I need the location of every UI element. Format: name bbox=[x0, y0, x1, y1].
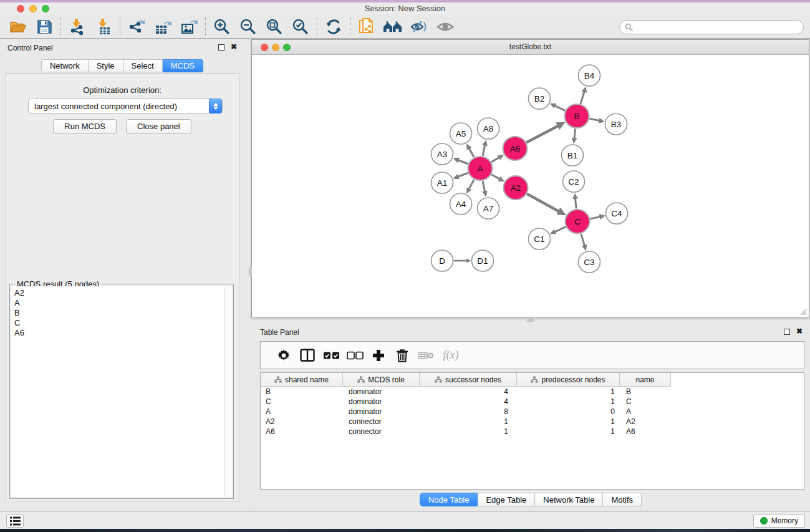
table-cell[interactable]: 1 bbox=[517, 387, 620, 397]
column-header-MCDS-role[interactable]: MCDS role bbox=[343, 373, 420, 387]
edge-A-A4[interactable] bbox=[469, 180, 474, 189]
network-canvas[interactable]: B4B2BB3A5A8A6A3B1AA1C2A2A4A7C4CC1C3DD1 bbox=[253, 56, 808, 317]
show-all-button[interactable] bbox=[432, 17, 458, 37]
split-divider-handle[interactable] bbox=[249, 267, 252, 276]
zoom-fit-button[interactable] bbox=[261, 17, 287, 37]
mcds-result-item[interactable]: A bbox=[14, 298, 221, 308]
table-cell[interactable]: C bbox=[261, 397, 343, 407]
node-A4[interactable]: A4 bbox=[450, 193, 472, 215]
column-header-shared-name[interactable]: shared name bbox=[261, 373, 343, 387]
table-cell[interactable]: dominator bbox=[343, 407, 420, 417]
edge-C-C2[interactable] bbox=[576, 198, 577, 209]
close-panel-button[interactable]: Close panel bbox=[126, 119, 191, 134]
column-header-name[interactable]: name bbox=[620, 373, 671, 387]
create-column-button[interactable] bbox=[367, 345, 390, 366]
save-session-button[interactable] bbox=[31, 17, 57, 37]
mcds-result-item[interactable]: B bbox=[14, 308, 221, 318]
resize-grip-icon[interactable] bbox=[798, 307, 807, 316]
open-session-button[interactable] bbox=[5, 17, 31, 37]
node-B[interactable]: B bbox=[565, 104, 589, 128]
node-C[interactable]: C bbox=[566, 210, 590, 233]
edge-A-A6[interactable] bbox=[491, 157, 499, 162]
table-row[interactable]: A6connector11A6 bbox=[261, 427, 804, 437]
node-B1[interactable]: B1 bbox=[562, 145, 584, 166]
mcds-result-item[interactable]: C bbox=[14, 318, 221, 328]
edge-A-A2[interactable] bbox=[491, 175, 500, 179]
edge-A-A8[interactable] bbox=[483, 145, 485, 156]
refresh-view-button[interactable] bbox=[321, 17, 347, 37]
table-cell[interactable]: 1 bbox=[420, 417, 517, 427]
table-cell[interactable]: C bbox=[620, 397, 671, 407]
split-divider-handle[interactable] bbox=[527, 319, 534, 322]
table-options-button[interactable] bbox=[272, 345, 296, 366]
close-panel-icon[interactable]: ✖ bbox=[231, 42, 237, 51]
mcds-result-item[interactable]: A2 bbox=[14, 288, 221, 298]
export-table-button[interactable] bbox=[150, 17, 176, 37]
hide-selected-button[interactable] bbox=[406, 17, 432, 37]
table-cell[interactable]: A bbox=[261, 407, 343, 417]
table-close-panel-icon[interactable]: ✖ bbox=[796, 327, 803, 336]
tab-network-table[interactable]: Network Table bbox=[535, 493, 603, 506]
tab-style[interactable]: Style bbox=[89, 59, 123, 72]
criterion-dropdown[interactable]: largest connected component (directed) bbox=[28, 99, 223, 114]
node-A3[interactable]: A3 bbox=[432, 143, 453, 165]
table-cell[interactable]: dominator bbox=[343, 387, 420, 397]
delete-columns-button[interactable] bbox=[390, 345, 414, 366]
node-C2[interactable]: C2 bbox=[563, 171, 585, 192]
edge-A-A1[interactable] bbox=[458, 173, 468, 177]
zoom-out-button[interactable] bbox=[235, 17, 261, 37]
zoom-selected-button[interactable] bbox=[287, 17, 314, 37]
run-mcds-button[interactable]: Run MCDS bbox=[53, 119, 117, 134]
node-B2[interactable]: B2 bbox=[529, 88, 551, 109]
table-cell[interactable]: dominator bbox=[343, 397, 420, 407]
edge-C-C3[interactable] bbox=[581, 234, 585, 246]
table-cell[interactable]: 1 bbox=[517, 397, 620, 407]
table-row[interactable]: Adominator80A bbox=[261, 407, 804, 417]
table-row[interactable]: Cdominator41C bbox=[261, 397, 804, 407]
edge-C-C4[interactable] bbox=[590, 216, 600, 218]
table-cell[interactable]: 4 bbox=[420, 387, 517, 397]
tab-mcds[interactable]: MCDS bbox=[163, 59, 203, 72]
node-A5[interactable]: A5 bbox=[450, 123, 472, 144]
export-network-button[interactable] bbox=[123, 17, 150, 37]
zoom-in-button[interactable] bbox=[209, 17, 235, 37]
node-A2[interactable]: A2 bbox=[504, 176, 528, 200]
network-graph[interactable]: B4B2BB3A5A8A6A3B1AA1C2A2A4A7C4CC1C3DD1 bbox=[253, 56, 809, 318]
table-cell[interactable]: connector bbox=[343, 417, 420, 427]
table-cell[interactable]: A6 bbox=[261, 427, 343, 437]
task-history-button[interactable] bbox=[6, 514, 24, 528]
edge-B-B4[interactable] bbox=[581, 92, 584, 104]
table-cell[interactable]: A2 bbox=[261, 417, 343, 427]
unselect-all-columns-button[interactable] bbox=[343, 345, 367, 366]
node-A1[interactable]: A1 bbox=[432, 172, 453, 193]
select-all-columns-button[interactable] bbox=[319, 345, 343, 366]
node-B4[interactable]: B4 bbox=[579, 65, 600, 86]
node-A6[interactable]: A6 bbox=[503, 137, 528, 160]
delete-table-button[interactable] bbox=[414, 345, 438, 366]
export-image-button[interactable] bbox=[176, 17, 202, 37]
table-row[interactable]: Bdominator41B bbox=[261, 387, 804, 397]
edge-A-A7[interactable] bbox=[483, 181, 485, 192]
table-cell[interactable]: 1 bbox=[517, 417, 620, 427]
table-cell[interactable]: A2 bbox=[620, 417, 671, 427]
table-float-panel-icon[interactable] bbox=[784, 329, 790, 335]
tab-node-table[interactable]: Node Table bbox=[420, 493, 478, 506]
table-cell[interactable]: 1 bbox=[420, 427, 517, 437]
node-A8[interactable]: A8 bbox=[478, 118, 499, 139]
table-cell[interactable]: 8 bbox=[420, 407, 517, 417]
table-cell[interactable]: B bbox=[620, 387, 671, 397]
node-D1[interactable]: D1 bbox=[472, 250, 494, 271]
mcds-result-item[interactable]: A6 bbox=[14, 328, 221, 338]
edge-A-A5[interactable] bbox=[469, 148, 474, 158]
edge-A-A3[interactable] bbox=[458, 160, 468, 163]
node-C4[interactable]: C4 bbox=[606, 203, 628, 224]
table-cell[interactable]: A bbox=[620, 407, 671, 417]
table-cell[interactable]: A6 bbox=[620, 427, 671, 437]
tab-select[interactable]: Select bbox=[123, 59, 163, 72]
node-A7[interactable]: A7 bbox=[478, 198, 499, 219]
column-header-predecessor-nodes[interactable]: predecessor nodes bbox=[517, 373, 620, 387]
mcds-result-list[interactable]: A2ABCA6 bbox=[11, 286, 224, 497]
edge-B-B2[interactable] bbox=[554, 105, 565, 110]
table-cell[interactable]: connector bbox=[343, 427, 420, 437]
tab-network[interactable]: Network bbox=[41, 59, 89, 72]
